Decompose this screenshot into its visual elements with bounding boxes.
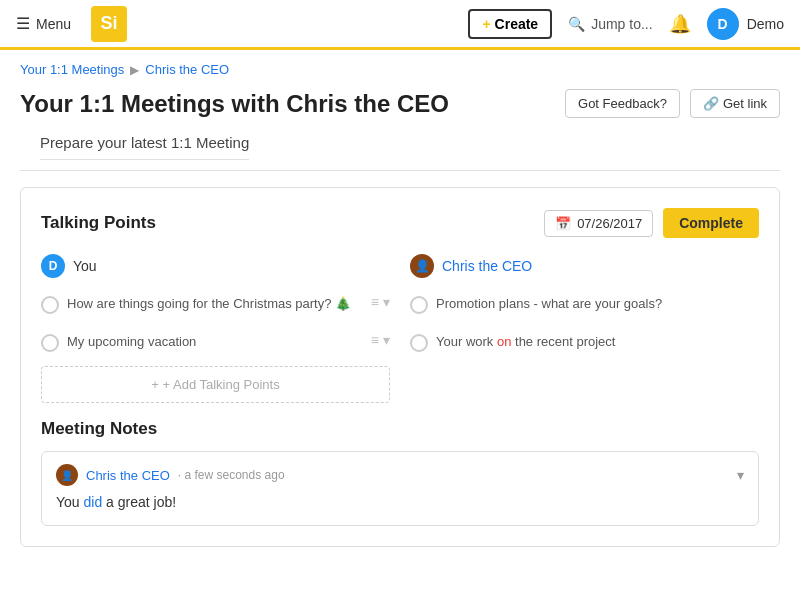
complete-button[interactable]: Complete [663,208,759,238]
search-icon: 🔍 [568,16,585,32]
meeting-notes-title: Meeting Notes [41,419,759,439]
talking-points-columns: D You How are things going for the Chris… [41,254,759,403]
date-area: 📅 07/26/2017 Complete [544,208,759,238]
list-item: How are things going for the Christmas p… [41,290,390,318]
get-link-button[interactable]: 🔗 Get link [690,89,780,118]
ceo-talking-points-col: 👤 Chris the CEO Promotion plans - what a… [410,254,759,403]
page-actions: Got Feedback? 🔗 Get link [565,89,780,118]
list-item: My upcoming vacation ≡ ▾ [41,328,390,356]
date-input[interactable]: 📅 07/26/2017 [544,210,653,237]
highlight-text: did [84,494,103,510]
create-plus-icon: + [482,16,490,32]
note-author-avatar: 👤 [56,464,78,486]
item-actions: ≡ ▾ [371,332,390,348]
jump-to-button[interactable]: 🔍 Jump to... [568,16,652,32]
you-avatar: D [41,254,65,278]
add-talking-points-button[interactable]: + + Add Talking Points [41,366,390,403]
item-radio[interactable] [41,296,59,314]
note-author-name: Chris the CEO [86,468,170,483]
note-text: You did a great job! [56,492,744,513]
breadcrumb-parent-link[interactable]: Your 1:1 Meetings [20,62,124,77]
page-title-area: Your 1:1 Meetings with Chris the CEO Got… [0,81,800,134]
your-col-header: D You [41,254,390,278]
ceo-name: Chris the CEO [442,258,532,274]
note-header: 👤 Chris the CEO · a few seconds ago ▾ [56,464,744,486]
user-avatar: D [707,8,739,40]
chevron-down-icon[interactable]: ▾ [383,294,390,310]
note-timestamp: · a few seconds ago [178,468,285,482]
item-text: Your work on the recent project [436,332,759,352]
calendar-icon: 📅 [555,216,571,231]
get-link-label: Get link [723,96,767,111]
your-talking-points-col: D You How are things going for the Chris… [41,254,390,403]
breadcrumb: Your 1:1 Meetings ▶ Chris the CEO [0,50,800,81]
item-radio[interactable] [410,296,428,314]
talking-points-header: Talking Points 📅 07/26/2017 Complete [41,208,759,238]
ceo-avatar: 👤 [410,254,434,278]
menu-label: Menu [36,16,71,32]
link-icon: 🔗 [703,96,719,111]
ceo-col-header: 👤 Chris the CEO [410,254,759,278]
create-button[interactable]: + Create [468,9,552,39]
prepare-label: Prepare your latest 1:1 Meeting [40,134,249,160]
item-radio[interactable] [41,334,59,352]
jump-label: Jump to... [591,16,652,32]
feedback-button[interactable]: Got Feedback? [565,89,680,118]
add-icon: + [151,377,159,392]
create-label: Create [495,16,539,32]
page-title: Your 1:1 Meetings with Chris the CEO [20,90,449,118]
item-text: My upcoming vacation [67,332,363,352]
add-label: + Add Talking Points [163,377,280,392]
note-author: 👤 Chris the CEO · a few seconds ago [56,464,285,486]
list-item: Your work on the recent project [410,328,759,356]
chevron-down-icon[interactable]: ▾ [383,332,390,348]
item-text: Promotion plans - what are your goals? [436,294,759,314]
hamburger-icon: ☰ [16,14,30,33]
date-value: 07/26/2017 [577,216,642,231]
item-actions: ≡ ▾ [371,294,390,310]
username-label: Demo [747,16,784,32]
app-logo: Si [91,6,127,42]
breadcrumb-current: Chris the CEO [145,62,229,77]
list-item: Promotion plans - what are your goals? [410,290,759,318]
reorder-icon[interactable]: ≡ [371,332,379,348]
reorder-icon[interactable]: ≡ [371,294,379,310]
talking-points-title: Talking Points [41,213,156,233]
menu-button[interactable]: ☰ Menu [16,14,71,33]
you-label: You [73,258,97,274]
item-text: How are things going for the Christmas p… [67,294,363,314]
main-card: Talking Points 📅 07/26/2017 Complete D Y… [20,187,780,547]
notifications-bell[interactable]: 🔔 [669,13,691,35]
app-header: ☰ Menu Si + Create 🔍 Jump to... 🔔 D Demo [0,0,800,50]
note-expand-icon[interactable]: ▾ [737,467,744,483]
meeting-note: 👤 Chris the CEO · a few seconds ago ▾ Yo… [41,451,759,526]
breadcrumb-separator: ▶ [130,63,139,77]
item-radio[interactable] [410,334,428,352]
